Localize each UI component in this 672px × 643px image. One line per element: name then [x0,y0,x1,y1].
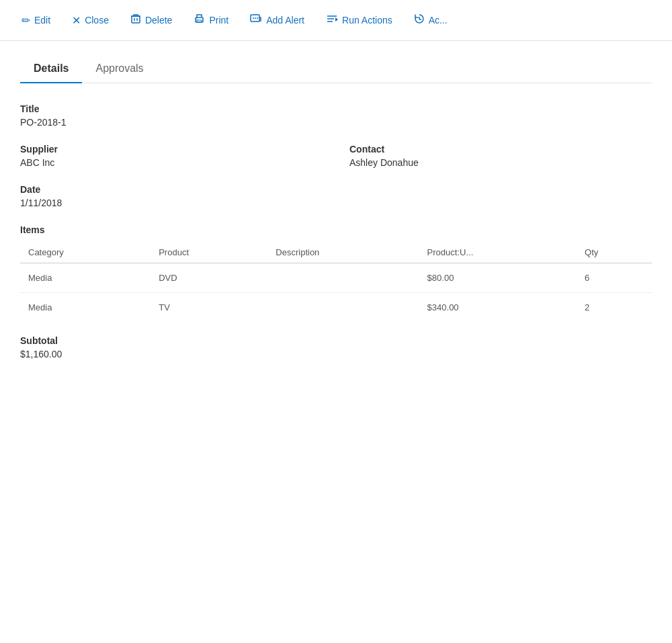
supplier-field: Supplier ABC Inc [20,144,323,168]
toolbar: ✏ Edit ✕ Close Delete Print [0,0,672,41]
run-actions-icon [326,13,338,27]
items-label: Items [20,224,652,235]
cell-qty: 6 [577,263,652,293]
subtotal-section: Subtotal $1,160.00 [20,335,652,359]
svg-point-8 [255,17,256,19]
items-table: Category Product Description Product:U..… [20,242,652,322]
cell-qty: 2 [577,293,652,323]
print-icon [194,13,205,27]
contact-label: Contact [349,144,652,155]
run-actions-button[interactable]: Run Actions [318,8,401,32]
contact-field: Contact Ashley Donahue [349,144,652,168]
svg-rect-4 [197,20,202,22]
add-alert-label: Add Alert [266,15,304,26]
col-header-qty: Qty [577,242,652,263]
table-row: Media TV $340.00 2 [20,293,652,323]
edit-label: Edit [34,15,50,26]
svg-point-7 [253,17,254,19]
supplier-label: Supplier [20,144,323,155]
cell-product: DVD [151,263,267,293]
tab-details[interactable]: Details [20,54,82,83]
tabs-container: Details Approvals [20,54,652,83]
title-section: Title PO-2018-1 [20,103,652,128]
col-header-product: Product [151,242,267,263]
edit-button[interactable]: ✏ Edit [13,9,58,32]
close-icon: ✕ [72,14,81,27]
title-value: PO-2018-1 [20,117,652,128]
alert-icon [250,13,262,27]
title-label: Title [20,103,652,114]
contact-value: Ashley Donahue [349,157,652,168]
svg-point-5 [197,19,198,19]
svg-rect-0 [132,16,140,23]
print-label: Print [209,15,228,26]
subtotal-label: Subtotal [20,335,652,346]
svg-marker-13 [335,17,338,22]
delete-icon [130,13,141,27]
date-section: Date 1/11/2018 [20,184,652,208]
col-header-category: Category [20,242,151,263]
col-header-description: Description [267,242,419,263]
table-header-row: Category Product Description Product:U..… [20,242,652,263]
delete-button[interactable]: Delete [122,8,180,32]
supplier-contact-row: Supplier ABC Inc Contact Ashley Donahue [20,144,652,168]
cell-category: Media [20,293,151,323]
add-alert-button[interactable]: Add Alert [242,8,312,32]
print-button[interactable]: Print [185,8,237,32]
history-icon [414,13,425,27]
cell-description [267,263,419,293]
date-value: 1/11/2018 [20,198,652,208]
col-header-product-u: Product:U... [419,242,577,263]
details-content: Title PO-2018-1 Supplier ABC Inc Contact… [20,103,652,359]
tab-approvals[interactable]: Approvals [82,54,157,83]
main-content: Details Approvals Title PO-2018-1 Suppli… [0,41,672,373]
activity-label: Ac... [429,15,448,26]
delete-label: Delete [145,15,172,26]
cell-product-u: $80.00 [419,263,577,293]
table-row: Media DVD $80.00 6 [20,263,652,293]
close-label: Close [85,15,109,26]
supplier-value: ABC Inc [20,157,323,168]
svg-point-9 [257,17,258,19]
cell-category: Media [20,263,151,293]
cell-description [267,293,419,323]
cell-product-u: $340.00 [419,293,577,323]
edit-icon: ✏ [22,14,30,27]
activity-button[interactable]: Ac... [406,8,456,32]
close-button[interactable]: ✕ Close [64,9,117,32]
run-actions-label: Run Actions [342,15,392,26]
date-label: Date [20,184,652,195]
subtotal-value: $1,160.00 [20,349,652,359]
cell-product: TV [151,293,267,323]
items-section: Items Category Product Description Produ… [20,224,652,322]
